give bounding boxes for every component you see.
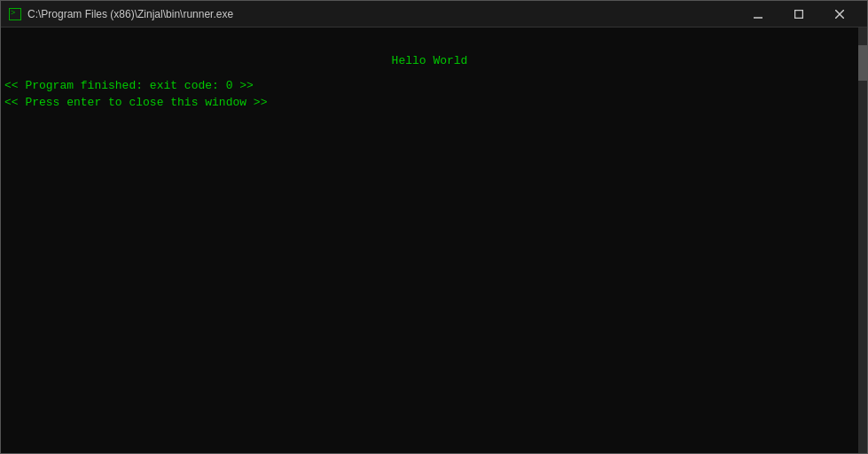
console-area[interactable]: Hello World << Program finished: exit co… — [1, 27, 867, 453]
console-line-press: << Press enter to close this window >> — [4, 94, 855, 112]
console-line-hello: Hello World — [4, 52, 855, 70]
console-line-exit: << Program finished: exit code: 0 >> — [4, 77, 855, 95]
scrollbar[interactable] — [858, 27, 867, 453]
minimize-button[interactable] — [738, 1, 778, 27]
console-content: Hello World << Program finished: exit co… — [1, 27, 858, 453]
close-button[interactable] — [819, 1, 860, 27]
window-controls — [738, 1, 860, 27]
maximize-button[interactable] — [778, 1, 819, 27]
maximize-icon — [794, 10, 803, 19]
scrollbar-thumb[interactable] — [858, 45, 867, 81]
close-icon — [835, 10, 844, 19]
title-bar-left: C:\Program Files (x86)\Zinjal\bin\runner… — [8, 7, 233, 21]
minimize-icon — [754, 10, 762, 19]
window-title: C:\Program Files (x86)\Zinjal\bin\runner… — [27, 8, 233, 20]
app-icon — [8, 7, 22, 21]
svg-rect-1 — [795, 10, 803, 18]
window: C:\Program Files (x86)\Zinjal\bin\runner… — [0, 0, 868, 454]
title-bar: C:\Program Files (x86)\Zinjal\bin\runner… — [1, 1, 867, 27]
cmd-icon — [9, 8, 21, 20]
